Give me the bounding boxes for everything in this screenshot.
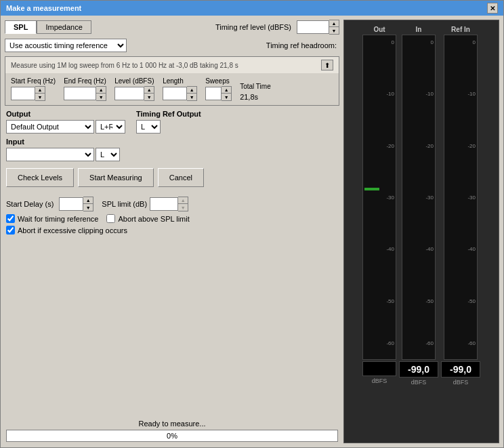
- abort-spl-option: Abort above SPL limit: [106, 214, 189, 223]
- acoustic-dropdown[interactable]: Use acoustic timing reference Use loopba…: [5, 39, 127, 52]
- level-input[interactable]: -3,0: [114, 87, 144, 100]
- ref-in-meter-label: Ref In: [451, 26, 470, 33]
- sweeps-down[interactable]: ▼: [222, 94, 231, 100]
- timing-ref-level-down[interactable]: ▼: [329, 27, 339, 34]
- timing-ref-output-label: Timing Ref Output: [136, 110, 201, 118]
- out-meter-unit: dBFS: [372, 378, 387, 384]
- out-meter-label: Out: [373, 26, 385, 33]
- status-text: Ready to measure...: [6, 420, 338, 428]
- start-freq-input[interactable]: 6: [11, 87, 35, 100]
- input-channel-select[interactable]: L: [96, 148, 120, 161]
- cancel-button[interactable]: Cancel: [158, 168, 204, 187]
- output-lr-select[interactable]: L+R: [96, 120, 125, 134]
- start-freq-label: Start Freq (Hz): [11, 77, 56, 85]
- length-down[interactable]: ▼: [187, 94, 196, 100]
- sweeps-label: Sweeps: [205, 77, 232, 85]
- output-select[interactable]: Default Output: [6, 120, 94, 134]
- close-button[interactable]: ✕: [487, 3, 498, 14]
- end-freq-up[interactable]: ▲: [96, 87, 106, 94]
- sweep-section: Measure using 1M log sweep from 6 Hz to …: [5, 56, 339, 106]
- output-row: Default Output L+R: [6, 120, 125, 134]
- timing-ref-level-input[interactable]: -3,0: [297, 20, 329, 34]
- output-group: Output Default Output L+R: [6, 110, 125, 134]
- timing-ref-level-row: Timing ref level (dBFS) -3,0 ▲ ▼: [215, 20, 339, 35]
- level-up[interactable]: ▲: [144, 87, 154, 94]
- wait-for-timing-label: Wait for timing reference: [18, 215, 98, 223]
- timing-ref-level-up[interactable]: ▲: [329, 20, 339, 27]
- wait-for-timing-option: Wait for timing reference: [6, 214, 98, 223]
- timing-headroom-row: Timing ref headroom:: [266, 41, 339, 49]
- timing-ref-row: L: [136, 120, 201, 134]
- abort-clipping-label: Abort if excessive clipping occurs: [18, 226, 127, 235]
- input-section: Input L: [5, 138, 339, 161]
- end-freq-label: End Freq (Hz): [64, 77, 106, 85]
- checkbox-row-1: Wait for timing reference Abort above SP…: [6, 214, 338, 223]
- end-freq-input[interactable]: 1 000: [64, 87, 96, 100]
- delay-spl-row: Start Delay (s) 0 ▲ ▼ SPL limit (dB): [6, 197, 338, 211]
- titlebar: Make a measurement ✕: [1, 1, 503, 16]
- sweep-header: Measure using 1M log sweep from 6 Hz to …: [5, 57, 339, 73]
- length-input[interactable]: 1M: [163, 87, 187, 100]
- input-group: Input L: [6, 138, 120, 161]
- timing-ref-output-group: Timing Ref Output L: [136, 110, 201, 134]
- tab-row: SPL Impedance: [5, 20, 91, 34]
- spl-limit-group: SPL limit (dB) 100 ▲ ▼: [102, 197, 188, 211]
- abort-clipping-option: Abort if excessive clipping occurs: [6, 226, 127, 235]
- sweeps-up[interactable]: ▲: [222, 87, 231, 94]
- start-delay-down[interactable]: ▼: [83, 204, 93, 211]
- abort-spl-checkbox[interactable]: [106, 214, 115, 223]
- left-panel: SPL Impedance Timing ref level (dBFS) -3…: [5, 20, 339, 443]
- status-area: Ready to measure... 0%: [5, 417, 339, 443]
- timing-ref-level-label: Timing ref level (dBFS): [215, 23, 291, 31]
- buttons-row: Check Levels Start Measuring Cancel: [5, 165, 339, 190]
- delay-row: Start Delay (s) 0 ▲ ▼: [6, 197, 93, 211]
- sweep-description: Measure using 1M log sweep from 6 Hz to …: [11, 62, 238, 69]
- start-freq-up[interactable]: ▲: [35, 87, 45, 94]
- end-freq-down[interactable]: ▼: [96, 94, 106, 100]
- timing-ref-channel-select[interactable]: L: [136, 120, 161, 134]
- options-section: Start Delay (s) 0 ▲ ▼ SPL limit (dB): [5, 194, 339, 237]
- length-up[interactable]: ▲: [187, 87, 196, 94]
- timing-headroom-label: Timing ref headroom:: [266, 41, 337, 49]
- abort-clipping-checkbox[interactable]: [6, 226, 15, 235]
- output-label: Output: [6, 110, 125, 118]
- in-meter-unit: dBFS: [411, 379, 427, 386]
- sweeps-input[interactable]: 1: [205, 87, 222, 100]
- in-meter-label: In: [416, 26, 422, 33]
- out-meter-value: [362, 361, 396, 376]
- out-meter: Out 0 -10 -20 -30 -40 -50 -60 dBF: [362, 26, 396, 440]
- start-freq-down[interactable]: ▼: [35, 94, 45, 100]
- io-section: Output Default Output L+R Timing Ref Out…: [5, 110, 339, 134]
- sweeps-group: Sweeps 1 ▲ ▼: [205, 77, 232, 101]
- total-time-group: Total Time 21,8s: [240, 83, 271, 101]
- right-panel: Out 0 -10 -20 -30 -40 -50 -60 dBF: [343, 20, 499, 443]
- window-title: Make a measurement: [6, 4, 81, 12]
- tab-impedance[interactable]: Impedance: [37, 20, 91, 34]
- level-down[interactable]: ▼: [144, 94, 154, 100]
- input-select[interactable]: [6, 148, 94, 161]
- total-time-value: 21,8s: [240, 91, 271, 101]
- ref-in-meter: Ref In 0 -10 -20 -30 -40 -50 -60 -99,0 d…: [441, 26, 480, 440]
- spl-limit-down[interactable]: ▼: [178, 204, 188, 211]
- level-label: Level (dBFS): [114, 77, 154, 85]
- level-group: Level (dBFS) -3,0 ▲ ▼: [114, 77, 154, 101]
- start-measuring-button[interactable]: Start Measuring: [78, 168, 154, 187]
- start-delay-up[interactable]: ▲: [83, 197, 93, 204]
- timing-ref-level-input-group: -3,0 ▲ ▼: [297, 20, 339, 35]
- tab-spl[interactable]: SPL: [5, 20, 37, 34]
- start-delay-input[interactable]: 0: [59, 197, 83, 211]
- start-freq-group: Start Freq (Hz) 6 ▲ ▼: [11, 77, 56, 101]
- sweep-collapse-btn[interactable]: ⬆: [321, 60, 333, 70]
- main-window: Make a measurement ✕ SPL Impedance Timin…: [0, 0, 504, 448]
- start-delay-group: 0 ▲ ▼: [59, 197, 93, 211]
- total-time-label: Total Time: [240, 83, 271, 90]
- meters-container: Out 0 -10 -20 -30 -40 -50 -60 dBF: [360, 23, 483, 443]
- wait-for-timing-checkbox[interactable]: [6, 214, 15, 223]
- timing-ref-level-spinners: ▲ ▼: [329, 20, 339, 35]
- spl-limit-input[interactable]: 100: [150, 197, 178, 211]
- check-levels-button[interactable]: Check Levels: [6, 168, 74, 187]
- sweep-body: Start Freq (Hz) 6 ▲ ▼ End Freq (Hz) 1: [5, 73, 339, 105]
- out-meter-bar: 0 -10 -20 -30 -40 -50 -60: [362, 35, 396, 360]
- in-meter-value: -99,0: [399, 361, 438, 378]
- spl-limit-up[interactable]: ▲: [178, 197, 188, 204]
